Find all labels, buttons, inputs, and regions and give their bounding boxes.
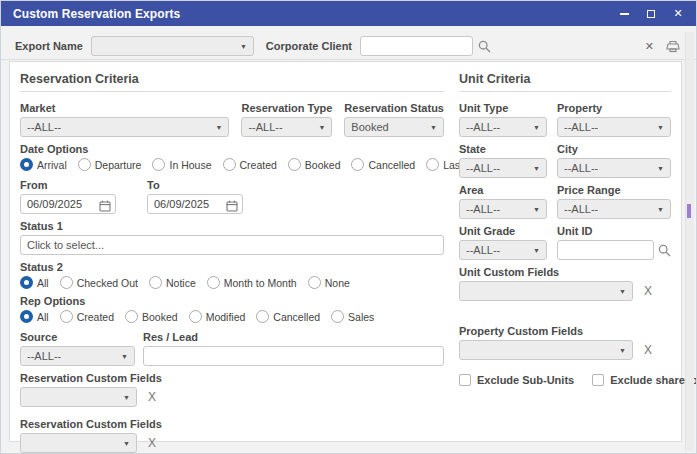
reservation-status-select[interactable]: Booked ▼ xyxy=(344,117,444,137)
property-custom-fields-row: ▼ X xyxy=(459,340,671,360)
export-name-select[interactable]: ▼ xyxy=(91,36,254,56)
checkbox-icon xyxy=(459,374,471,386)
toolbar: Export Name ▼ Corporate Client ✕ xyxy=(1,33,696,60)
radio-none[interactable]: None xyxy=(308,276,350,289)
chevron-down-icon: ▼ xyxy=(123,394,130,401)
source-label: Source xyxy=(20,331,135,343)
radio-icon xyxy=(149,276,162,289)
radio-icon xyxy=(60,276,73,289)
calendar-icon[interactable] xyxy=(99,198,111,216)
property-custom-fields-select[interactable]: ▼ xyxy=(459,340,633,360)
minimize-button[interactable] xyxy=(618,8,630,20)
radio-created[interactable]: Created xyxy=(223,158,277,171)
remove-custom-field-button[interactable]: X xyxy=(148,390,156,404)
area-label: Area xyxy=(459,184,547,196)
radio-selected-icon xyxy=(20,310,33,323)
remove-custom-field-button[interactable]: X xyxy=(644,284,652,298)
price-range-select[interactable]: --ALL-- ▼ xyxy=(557,199,671,219)
maximize-button[interactable] xyxy=(645,8,657,20)
chevron-down-icon: ▼ xyxy=(619,288,626,295)
calendar-icon[interactable] xyxy=(226,198,238,216)
chevron-down-icon: ▼ xyxy=(533,124,540,131)
radio-selected-icon xyxy=(20,276,33,289)
reservation-custom-fields-select-1[interactable]: ▼ xyxy=(20,387,137,407)
search-icon[interactable] xyxy=(658,244,671,257)
status1-input[interactable] xyxy=(20,235,444,255)
res-lead-input[interactable] xyxy=(143,346,444,366)
clear-button[interactable]: ✕ xyxy=(645,41,654,52)
radio-booked[interactable]: Booked xyxy=(288,158,341,171)
reservation-criteria-section: Reservation Criteria Market --ALL-- ▼ Re… xyxy=(20,69,444,434)
radio-icon xyxy=(351,158,364,171)
source-select[interactable]: --ALL-- ▼ xyxy=(20,346,135,366)
print-icon[interactable] xyxy=(666,40,680,53)
unit-grade-select[interactable]: --ALL-- ▼ xyxy=(459,240,547,260)
exclude-sub-units-checkbox[interactable]: Exclude Sub-Units xyxy=(459,374,574,386)
radio-checked-out[interactable]: Checked Out xyxy=(60,276,138,289)
remove-custom-field-button[interactable]: X xyxy=(644,343,652,357)
exclude-shareable-units-checkbox[interactable]: Exclude shareable units xyxy=(592,374,697,386)
chevron-down-icon: ▼ xyxy=(657,124,664,131)
unit-id-input[interactable] xyxy=(557,240,654,260)
chevron-down-icon: ▼ xyxy=(240,43,247,50)
radio-departure[interactable]: Departure xyxy=(78,158,142,171)
radio-cancelled[interactable]: Cancelled xyxy=(351,158,415,171)
date-options-group: Arrival Departure In House Created Booke… xyxy=(20,158,444,171)
radio-rep-created[interactable]: Created xyxy=(60,310,114,323)
area-select[interactable]: --ALL-- ▼ xyxy=(459,199,547,219)
radio-rep-modified[interactable]: Modified xyxy=(189,310,246,323)
radio-rep-all[interactable]: All xyxy=(20,310,49,323)
status2-group: All Checked Out Notice Month to Month No… xyxy=(20,276,444,289)
unit-criteria-heading: Unit Criteria xyxy=(459,69,671,92)
radio-notice[interactable]: Notice xyxy=(149,276,196,289)
radio-rep-booked[interactable]: Booked xyxy=(125,310,178,323)
radio-icon xyxy=(152,158,165,171)
main-panel: Reservation Criteria Market --ALL-- ▼ Re… xyxy=(9,61,682,442)
corporate-client-label: Corporate Client xyxy=(266,40,352,52)
reservation-custom-fields-label-2: Reservation Custom Fields xyxy=(20,418,444,430)
radio-rep-sales[interactable]: Sales xyxy=(331,310,374,323)
toolbar-right-actions: ✕ xyxy=(645,40,680,53)
remove-custom-field-button[interactable]: X xyxy=(148,436,156,450)
city-select[interactable]: --ALL-- ▼ xyxy=(557,158,671,178)
radio-in-house[interactable]: In House xyxy=(152,158,211,171)
chevron-down-icon: ▼ xyxy=(216,124,223,131)
title-bar: Custom Reservation Exports ✕ xyxy=(1,1,696,26)
property-select[interactable]: --ALL-- ▼ xyxy=(557,117,671,137)
status2-label: Status 2 xyxy=(20,261,444,273)
radio-rep-cancelled[interactable]: Cancelled xyxy=(256,310,320,323)
radio-arrival[interactable]: Arrival xyxy=(20,158,67,171)
from-label: From xyxy=(20,179,116,191)
property-label: Property xyxy=(557,102,671,114)
export-name-label: Export Name xyxy=(15,40,83,52)
scrollbar-thumb[interactable] xyxy=(687,204,691,218)
state-select[interactable]: --ALL-- ▼ xyxy=(459,158,547,178)
city-label: City xyxy=(557,143,671,155)
chevron-down-icon: ▼ xyxy=(430,124,437,131)
chevron-down-icon: ▼ xyxy=(619,347,626,354)
chevron-down-icon: ▼ xyxy=(123,440,130,447)
radio-selected-icon xyxy=(20,158,33,171)
radio-month-to-month[interactable]: Month to Month xyxy=(207,276,297,289)
custom-reservation-exports-window: Custom Reservation Exports ✕ Export Name… xyxy=(0,0,697,454)
close-button[interactable]: ✕ xyxy=(672,8,684,20)
reservation-type-select[interactable]: --ALL-- ▼ xyxy=(241,117,332,137)
unit-type-label: Unit Type xyxy=(459,102,547,114)
unit-type-select[interactable]: --ALL-- ▼ xyxy=(459,117,547,137)
chevron-down-icon: ▼ xyxy=(318,124,325,131)
rep-options-label: Rep Options xyxy=(20,295,444,307)
radio-icon xyxy=(288,158,301,171)
search-icon[interactable] xyxy=(478,40,491,53)
chevron-down-icon: ▼ xyxy=(533,165,540,172)
radio-all[interactable]: All xyxy=(20,276,49,289)
maximize-icon xyxy=(647,10,655,18)
reservation-custom-fields-select-2[interactable]: ▼ xyxy=(20,433,137,453)
radio-icon xyxy=(60,310,73,323)
chevron-down-icon: ▼ xyxy=(657,165,664,172)
unit-custom-fields-select[interactable]: ▼ xyxy=(459,281,633,301)
corporate-client-input[interactable] xyxy=(360,36,473,56)
radio-icon xyxy=(207,276,220,289)
res-lead-label: Res / Lead xyxy=(143,331,444,343)
market-select[interactable]: --ALL-- ▼ xyxy=(20,117,229,137)
background-scrollbar[interactable] xyxy=(685,32,694,451)
